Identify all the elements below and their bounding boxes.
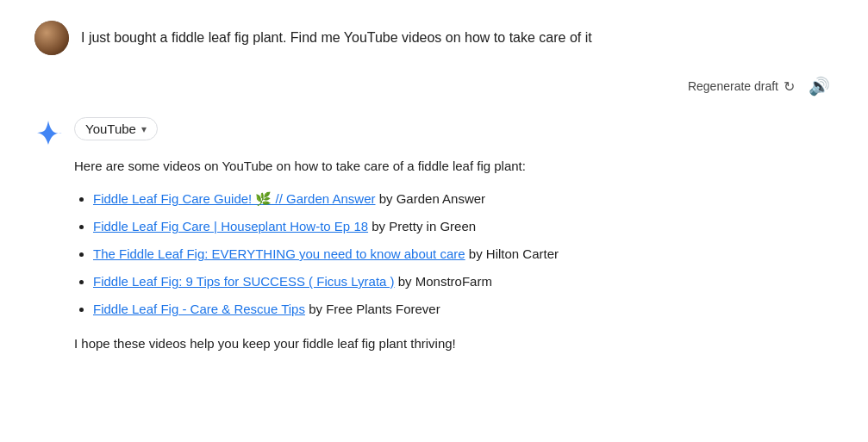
controls-row: Regenerate draft ↻ 🔊 <box>34 72 834 100</box>
video-by-5: by <box>309 302 326 316</box>
chevron-down-icon: ▾ <box>141 123 147 135</box>
regenerate-label: Regenerate draft <box>688 79 778 93</box>
video-author-3: Hilton Carter <box>486 246 559 261</box>
video-author-5: Free Plants Forever <box>326 302 440 316</box>
user-message: I just bought a fiddle leaf fig plant. F… <box>34 21 834 55</box>
video-link-2[interactable]: Fiddle Leaf Fig Care | Houseplant How-to… <box>93 219 368 233</box>
video-list: Fiddle Leaf Fig Care Guide! 🌿 // Garden … <box>74 189 834 320</box>
source-badge-label: YouTube <box>85 121 136 136</box>
source-badge[interactable]: YouTube ▾ <box>74 117 158 140</box>
list-item: Fiddle Leaf Fig - Care & Rescue Tips by … <box>93 299 834 320</box>
video-by-1: by <box>379 191 397 206</box>
regenerate-icon: ↻ <box>784 78 795 95</box>
video-author-4: MonstroFarm <box>415 274 492 289</box>
video-author-2: Pretty in Green <box>389 219 476 233</box>
user-message-text: I just bought a fiddle leaf fig plant. F… <box>81 21 592 48</box>
video-link-4[interactable]: Fiddle Leaf Fig: 9 Tips for SUCCESS ( Fi… <box>93 274 395 289</box>
video-by-4: by <box>398 274 415 289</box>
video-link-5[interactable]: Fiddle Leaf Fig - Care & Rescue Tips <box>93 302 305 316</box>
video-link-1[interactable]: Fiddle Leaf Fig Care Guide! 🌿 // Garden … <box>93 191 376 206</box>
video-by-3: by <box>469 246 486 261</box>
response-content: YouTube ▾ Here are some videos on YouTub… <box>74 117 834 354</box>
regenerate-button[interactable]: Regenerate draft ↻ <box>688 78 795 95</box>
video-link-3[interactable]: The Fiddle Leaf Fig: EVERYTHING you need… <box>93 246 465 261</box>
list-item: Fiddle Leaf Fig: 9 Tips for SUCCESS ( Fi… <box>93 271 834 292</box>
list-item: Fiddle Leaf Fig Care | Houseplant How-to… <box>93 216 834 237</box>
list-item: Fiddle Leaf Fig Care Guide! 🌿 // Garden … <box>93 189 834 209</box>
outro-text: I hope these videos help you keep your f… <box>74 333 834 354</box>
sound-button[interactable]: 🔊 <box>805 72 834 100</box>
avatar <box>34 21 69 55</box>
ai-response: YouTube ▾ Here are some videos on YouTub… <box>34 117 834 354</box>
intro-text: Here are some videos on YouTube on how t… <box>74 156 834 177</box>
sound-icon: 🔊 <box>809 77 830 96</box>
video-author-1: Garden Answer <box>397 191 485 206</box>
list-item: The Fiddle Leaf Fig: EVERYTHING you need… <box>93 244 834 265</box>
video-by-2: by <box>372 219 389 233</box>
gemini-star-icon <box>34 119 62 146</box>
